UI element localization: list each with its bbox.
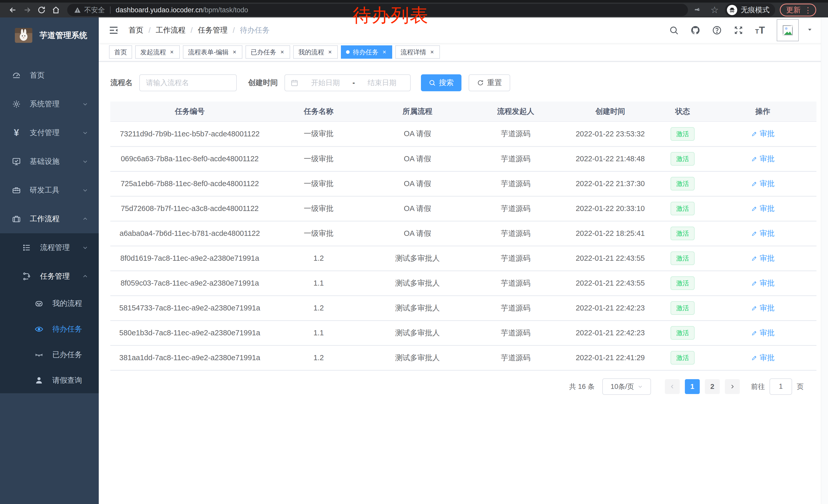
sidebar-item-首页[interactable]: 首页	[0, 61, 99, 90]
tab-label: 首页	[114, 48, 127, 56]
github-icon[interactable]	[691, 26, 700, 35]
sidebar-item-支付管理[interactable]: ¥支付管理	[0, 119, 99, 147]
date-range-picker[interactable]: 开始日期 - 结束日期	[285, 74, 411, 91]
avatar-caret-icon[interactable]	[807, 27, 813, 34]
browser-menu-icon[interactable]: ⋮	[804, 6, 812, 15]
tab-流程详情[interactable]: 流程详情×	[395, 45, 440, 59]
approve-link[interactable]: 审批	[751, 278, 775, 288]
reload-icon	[37, 6, 46, 14]
sidebar-item-label: 我的流程	[52, 299, 82, 309]
tab-close-icon[interactable]: ×	[381, 48, 387, 56]
app-title: 芋道管理系统	[40, 30, 87, 41]
task-id-cell: a6aba0a4-7b6d-11ec-b781-acde48001122	[110, 221, 269, 246]
breadcrumb-separator: /	[233, 26, 235, 35]
logo-avatar	[15, 28, 32, 43]
approve-link[interactable]: 审批	[751, 328, 775, 338]
fullscreen-icon[interactable]	[734, 26, 743, 35]
approve-link[interactable]: 审批	[751, 253, 775, 264]
tags-view: 首页发起流程×流程表单-编辑×已办任务×我的流程×待办任务×流程详情×	[99, 43, 828, 61]
sidebar-item-基础设施[interactable]: 基础设施	[0, 147, 99, 176]
table-row: 725a1eb6-7b88-11ec-8ef0-acde48001122一级审批…	[110, 171, 817, 196]
sidebar-item-label: 请假查询	[52, 375, 82, 385]
sidebar-item-label: 支付管理	[30, 128, 59, 138]
help-icon[interactable]	[712, 26, 722, 35]
approve-link[interactable]: 审批	[751, 228, 775, 239]
next-page-button[interactable]	[725, 379, 740, 394]
tab-label: 待办任务	[353, 48, 378, 56]
filter-bar: 流程名 创建时间 开始日期 - 结束日期 搜索 重置	[110, 74, 817, 91]
browser-reload-button[interactable]	[34, 4, 49, 16]
page-size-select[interactable]: 10条/页	[602, 378, 651, 395]
tab-我的流程[interactable]: 我的流程×	[293, 45, 338, 59]
table-row: a6aba0a4-7b6d-11ec-b781-acde48001122一级审批…	[110, 221, 817, 246]
sidebar-item-任务管理[interactable]: 任务管理	[0, 262, 99, 291]
approve-link[interactable]: 审批	[751, 203, 775, 214]
monitor-icon	[11, 156, 22, 167]
browser-forward-button[interactable]	[20, 4, 34, 16]
scrollbar-track[interactable]	[821, 17, 828, 504]
approve-link[interactable]: 审批	[751, 353, 775, 363]
security-label: 不安全	[84, 5, 105, 15]
tab-close-icon[interactable]: ×	[327, 48, 333, 56]
page-button-2[interactable]: 2	[705, 379, 720, 394]
tab-发起流程[interactable]: 发起流程×	[135, 45, 180, 59]
starter-cell: 芋道源码	[467, 122, 564, 146]
security-warning[interactable]: 不安全	[74, 5, 105, 15]
search-icon[interactable]	[669, 26, 679, 35]
tab-close-icon[interactable]: ×	[232, 48, 237, 56]
approve-link[interactable]: 审批	[751, 129, 775, 139]
breadcrumb-item[interactable]: 工作流程	[156, 25, 185, 35]
page-button-1[interactable]: 1	[685, 379, 700, 394]
table-row: 069c6a63-7b8a-11ec-8ef0-acde48001122一级审批…	[110, 146, 817, 171]
bookmark-star-icon[interactable]: ☆	[709, 5, 720, 15]
action-cell: 审批	[709, 246, 817, 271]
browser-back-button[interactable]	[6, 4, 20, 16]
task-id-cell: 381aa1dd-7ac8-11ec-a9e2-a2380e71991a	[110, 345, 269, 370]
tab-流程表单-编辑[interactable]: 流程表单-编辑×	[183, 45, 242, 59]
browser-home-button[interactable]	[49, 4, 63, 16]
tree-list-icon	[22, 242, 32, 253]
approve-link[interactable]: 审批	[751, 303, 775, 313]
sidebar-item-工作流程[interactable]: 工作流程	[0, 204, 99, 233]
column-header-状态: 状态	[656, 101, 709, 122]
status-cell: 激活	[656, 171, 709, 196]
password-key-icon[interactable]	[693, 6, 704, 14]
sidebar-item-我的流程[interactable]: 我的流程	[0, 291, 99, 316]
sidebar-item-已办任务[interactable]: 已办任务	[0, 342, 99, 368]
tab-close-icon[interactable]: ×	[279, 48, 285, 56]
task-id-cell: 725a1eb6-7b88-11ec-8ef0-acde48001122	[110, 171, 269, 196]
search-button[interactable]: 搜索	[421, 74, 461, 91]
status-badge: 激活	[670, 351, 695, 365]
tab-首页[interactable]: 首页	[109, 45, 132, 59]
starter-cell: 芋道源码	[467, 345, 564, 370]
chevron-left-icon	[669, 384, 675, 390]
tab-close-icon[interactable]: ×	[169, 48, 175, 56]
sidebar-item-label: 任务管理	[40, 271, 70, 281]
tab-待办任务[interactable]: 待办任务×	[341, 45, 392, 59]
sidebar-item-待办任务[interactable]: 待办任务	[0, 316, 99, 342]
goto-page-input[interactable]	[770, 378, 792, 395]
sidebar-item-流程管理[interactable]: 流程管理	[0, 233, 99, 262]
sidebar-item-系统管理[interactable]: 系统管理	[0, 90, 99, 119]
sidebar-logo[interactable]: 芋道管理系统	[0, 17, 99, 53]
browser-update-button[interactable]: 更新 ⋮	[780, 4, 816, 16]
approve-link[interactable]: 审批	[751, 154, 775, 164]
action-cell: 审批	[709, 271, 817, 295]
tab-close-icon[interactable]: ×	[429, 48, 435, 56]
breadcrumb-item[interactable]: 任务管理	[198, 25, 227, 35]
sidebar-item-请假查询[interactable]: 请假查询	[0, 368, 99, 393]
reset-button[interactable]: 重置	[469, 74, 510, 91]
prev-page-button[interactable]	[665, 379, 680, 394]
created-cell: 2022-01-21 22:42:23	[564, 320, 656, 345]
tab-已办任务[interactable]: 已办任务×	[245, 45, 290, 59]
process-name-input[interactable]	[139, 74, 237, 91]
sidebar-item-研发工具[interactable]: 研发工具	[0, 176, 99, 204]
approve-link[interactable]: 审批	[751, 179, 775, 189]
sidebar-toggle-button[interactable]	[107, 23, 121, 37]
chevron-up-icon	[82, 273, 88, 280]
breadcrumb-item[interactable]: 首页	[128, 25, 143, 35]
user-avatar[interactable]	[777, 19, 799, 41]
sidebar: 芋道管理系统 首页系统管理¥支付管理基础设施研发工具工作流程流程管理任务管理我的…	[0, 17, 99, 504]
created-cell: 2022-01-22 18:25:41	[564, 221, 656, 246]
font-size-icon[interactable]: TT	[755, 25, 765, 36]
